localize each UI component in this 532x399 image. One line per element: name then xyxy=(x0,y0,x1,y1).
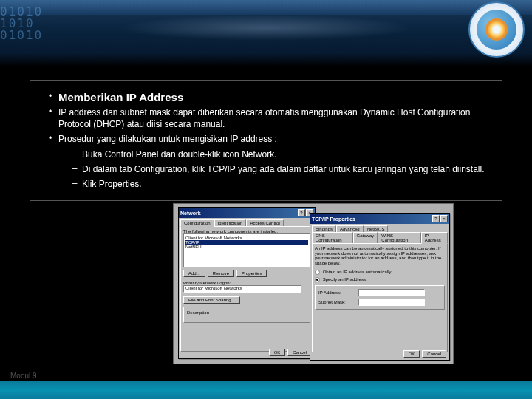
window-title: TCP/IP Properties xyxy=(312,216,355,222)
help-icon[interactable]: ? xyxy=(432,215,440,222)
header-band: 01010101001010 xyxy=(0,0,532,66)
tab-advanced[interactable]: Advanced xyxy=(336,225,364,232)
mask-field[interactable] xyxy=(358,299,425,306)
file-print-sharing-button[interactable]: File and Print Sharing... xyxy=(183,296,240,304)
footer-band xyxy=(0,381,532,399)
screenshot-figure: Network ? × Configuration Identification… xyxy=(173,203,454,364)
radio-specify[interactable] xyxy=(315,277,320,282)
help-icon[interactable]: ? xyxy=(298,209,305,216)
logon-select[interactable]: Client for Microsoft Networks xyxy=(183,285,301,293)
add-button[interactable]: Add... xyxy=(183,270,205,277)
bullet: • xyxy=(42,133,58,143)
sub-item: Di dalam tab Configuration, klik TCP/IP … xyxy=(82,163,485,175)
content-box: • Memberikan IP Address • IP address dan… xyxy=(30,80,502,201)
tabs-row: Configuration Identification Access Cont… xyxy=(179,218,315,226)
author-label: By : TIRTA SURYA GOTAMA xyxy=(43,372,137,380)
network-window: Network ? × Configuration Identification… xyxy=(178,207,316,359)
remove-button[interactable]: Remove xyxy=(208,270,234,277)
tab-dns[interactable]: DNS Configuration xyxy=(312,232,353,243)
mask-label: Subnet Mask: xyxy=(318,300,355,304)
ok-button[interactable]: OK xyxy=(269,349,286,356)
logo-badge xyxy=(468,1,525,58)
tab-access[interactable]: Access Control xyxy=(246,219,283,226)
header-glow xyxy=(118,15,414,41)
sub-item: Buka Control Panel dan double-klik icon … xyxy=(82,149,276,160)
footer-text: Modul 9 By : TIRTA SURYA GOTAMA xyxy=(10,372,138,380)
tab-identification[interactable]: Identification xyxy=(214,219,247,226)
opt-auto-label: Obtain an IP address automatically xyxy=(323,270,392,274)
dash: – xyxy=(67,149,82,159)
ok-button[interactable]: OK xyxy=(403,350,420,358)
cancel-button[interactable]: Cancel xyxy=(422,350,446,358)
description-label: Description xyxy=(187,310,307,315)
ip-blurb: An IP address can be automatically assig… xyxy=(315,246,445,265)
cancel-button[interactable]: Cancel xyxy=(287,349,312,356)
tab-configuration[interactable]: Configuration xyxy=(180,219,214,227)
bullet: • xyxy=(42,91,58,101)
dash: – xyxy=(67,178,82,188)
bullet: • xyxy=(42,106,58,117)
tab-wins[interactable]: WINS Configuration xyxy=(378,232,420,243)
sub-item: Klik Properties. xyxy=(82,178,142,190)
components-list[interactable]: Client for Microsoft Networks TCP/IP Net… xyxy=(183,233,310,267)
tab-gateway[interactable]: Gateway xyxy=(353,232,378,243)
tab-netbios[interactable]: NetBIOS xyxy=(364,225,389,232)
tab-ipaddress[interactable]: IP Address xyxy=(421,232,448,244)
ip-field[interactable] xyxy=(358,289,425,296)
close-icon[interactable]: × xyxy=(440,215,448,222)
list-item[interactable]: NetBEUI xyxy=(185,245,308,249)
tcpip-window: TCP/IP Properties ? × Bindings Advanced … xyxy=(310,213,450,361)
opt-specify-label: Specify an IP address: xyxy=(323,277,367,282)
paragraph-1: IP address dan subnet mask dapat diberik… xyxy=(58,106,490,130)
module-label: Modul 9 xyxy=(10,372,37,380)
properties-button[interactable]: Properties xyxy=(236,270,267,277)
titlebar: Network ? × xyxy=(179,208,315,218)
radio-auto[interactable] xyxy=(315,270,320,275)
tab-bindings[interactable]: Bindings xyxy=(312,225,336,232)
slide-title: Memberikan IP Address xyxy=(58,91,183,103)
titlebar: TCP/IP Properties ? × xyxy=(310,214,449,224)
window-title: Network xyxy=(180,211,201,216)
paragraph-2: Prosedur yang dilakukan untuk mengisikan… xyxy=(58,133,277,145)
dash: – xyxy=(67,163,82,174)
ip-label: IP Address: xyxy=(318,290,355,295)
